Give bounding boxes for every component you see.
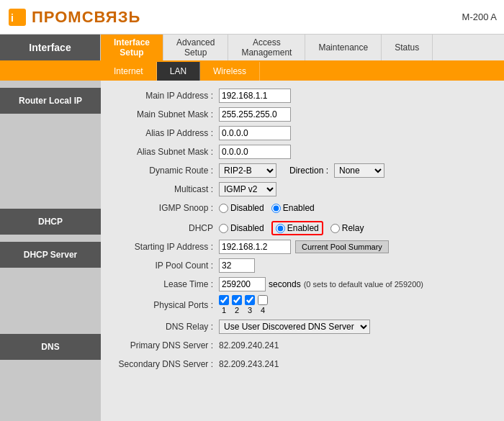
- alias-ip-input[interactable]: [219, 126, 291, 140]
- dns-relay-row: DNS Relay : Use User Discovered DNS Serv…: [111, 319, 494, 335]
- dns-relay-label: DNS Relay :: [111, 322, 219, 332]
- port-2-checkbox[interactable]: [232, 295, 242, 305]
- dhcp-disabled[interactable]: Disabled: [219, 223, 264, 233]
- pool-count-input[interactable]: [219, 258, 255, 273]
- svg-text:i: i: [11, 12, 14, 24]
- port-2-col: 2: [232, 295, 242, 314]
- port-3-checkbox[interactable]: [245, 295, 255, 305]
- main-ip-row: Main IP Address :: [111, 88, 494, 104]
- primary-dns-row: Primary DNS Server : 82.209.240.241: [111, 338, 494, 353]
- sidebar-section-dhcp-server: DHCP Server: [0, 242, 101, 268]
- port-2-label: 2: [235, 306, 239, 314]
- multicast-select[interactable]: IGMP v2 IGMP v1 None: [219, 182, 276, 196]
- dhcp-radio-group: Disabled Enabled Relay: [219, 221, 364, 235]
- alias-subnet-row: Alias Subnet Mask :: [111, 144, 494, 160]
- lease-time-input[interactable]: [219, 277, 266, 291]
- port-4-label: 4: [261, 306, 265, 314]
- port-4-col: 4: [258, 295, 268, 314]
- logo: i ПРОМСВЯЗЬ: [7, 7, 140, 27]
- direction-select[interactable]: None Both In Only Out Only: [334, 163, 384, 178]
- dns-section: DNS Relay : Use User Discovered DNS Serv…: [111, 319, 494, 372]
- sidebar-section-dhcp: DHCP: [0, 209, 101, 235]
- lease-time-row: Lease Time : seconds (0 sets to default …: [111, 276, 494, 292]
- port-3-label: 3: [248, 306, 252, 314]
- secondary-dns-label: Secondary DNS Server :: [111, 359, 219, 369]
- content-area: Main IP Address : Main Subnet Mask : Ali…: [101, 81, 504, 421]
- alias-ip-row: Alias IP Address :: [111, 125, 494, 141]
- model-text: M-200 A: [462, 12, 497, 22]
- main-ip-input[interactable]: [219, 89, 291, 103]
- sub-tabs: Internet LAN Wireless: [0, 62, 504, 81]
- direction-label: Direction :: [289, 166, 328, 176]
- pool-summary-button[interactable]: Current Pool Summary: [295, 240, 389, 253]
- igmp-snoop-row: IGMP Snoop : Disabled Enabled: [111, 200, 494, 216]
- dhcp-relay[interactable]: Relay: [330, 223, 364, 233]
- main-subnet-input[interactable]: [219, 107, 291, 122]
- main-ip-label: Main IP Address :: [111, 91, 219, 101]
- dhcp-row: DHCP Disabled Enabled Relay: [111, 220, 494, 236]
- primary-dns-value: 82.209.240.241: [219, 340, 279, 350]
- igmp-snoop-label: IGMP Snoop :: [111, 203, 219, 213]
- nav-tabs: Interface InterfaceSetup AdvancedSetup A…: [0, 35, 504, 62]
- primary-dns-label: Primary DNS Server :: [111, 340, 219, 350]
- header: i ПРОМСВЯЗЬ M-200 A: [0, 0, 504, 35]
- pool-count-label: IP Pool Count :: [111, 261, 219, 271]
- main-subnet-row: Main Subnet Mask :: [111, 107, 494, 122]
- secondary-dns-row: Secondary DNS Server : 82.209.243.241: [111, 356, 494, 372]
- router-local-ip-section: Main IP Address : Main Subnet Mask : Ali…: [111, 88, 494, 216]
- sidebar: Router Local IP DHCP DHCP Server DNS: [0, 81, 101, 421]
- sidebar-section-dns: DNS: [0, 334, 101, 360]
- port-1-checkbox[interactable]: [219, 295, 229, 305]
- alias-subnet-label: Alias Subnet Mask :: [111, 147, 219, 157]
- lease-time-label: Lease Time :: [111, 279, 219, 289]
- sidebar-tab-interface[interactable]: Interface: [0, 35, 101, 60]
- tab-access-management[interactable]: AccessManagement: [228, 35, 305, 60]
- dns-relay-select[interactable]: Use User Discovered DNS Server Only DNS …: [219, 320, 370, 334]
- starting-ip-input[interactable]: [219, 240, 291, 254]
- igmp-snoop-radio-group: Disabled Enabled: [219, 203, 315, 213]
- lease-note: (0 sets to default value of 259200): [304, 280, 423, 289]
- dhcp-section: DHCP Disabled Enabled Relay Starting IP …: [111, 220, 494, 314]
- sub-tab-wireless[interactable]: Wireless: [200, 62, 260, 81]
- physical-ports-row: Physical Ports : 1 2 3: [111, 295, 494, 314]
- tab-status[interactable]: Status: [382, 35, 433, 60]
- lease-unit: seconds: [269, 279, 301, 289]
- starting-ip-label: Starting IP Address :: [111, 242, 219, 252]
- checkbox-group: 1 2 3 4: [219, 295, 268, 314]
- multicast-row: Multicast : IGMP v2 IGMP v1 None: [111, 181, 494, 197]
- dhcp-enabled[interactable]: Enabled: [271, 221, 323, 235]
- tab-maintenance[interactable]: Maintenance: [305, 35, 382, 60]
- port-4-checkbox[interactable]: [258, 295, 268, 305]
- port-1-label: 1: [222, 306, 226, 314]
- main-subnet-label: Main Subnet Mask :: [111, 109, 219, 119]
- sub-tab-internet[interactable]: Internet: [101, 62, 157, 81]
- tab-interface-setup[interactable]: InterfaceSetup: [101, 35, 163, 60]
- sidebar-section-router-local-ip: Router Local IP: [0, 88, 101, 114]
- multicast-label: Multicast :: [111, 184, 219, 194]
- sub-tab-lan[interactable]: LAN: [157, 62, 200, 81]
- main-content: Router Local IP DHCP DHCP Server DNS Mai…: [0, 81, 504, 421]
- physical-ports-label: Physical Ports :: [111, 300, 219, 310]
- port-3-col: 3: [245, 295, 255, 314]
- pool-count-row: IP Pool Count :: [111, 258, 494, 273]
- dynamic-route-row: Dynamic Route : RIP2-B None Direction : …: [111, 163, 494, 178]
- tab-advanced-setup[interactable]: AdvancedSetup: [163, 35, 228, 60]
- igmp-snoop-enabled[interactable]: Enabled: [271, 203, 315, 213]
- alias-ip-label: Alias IP Address :: [111, 128, 219, 138]
- secondary-dns-value: 82.209.243.241: [219, 359, 279, 369]
- port-1-col: 1: [219, 295, 229, 314]
- dhcp-label: DHCP: [111, 223, 219, 233]
- dynamic-route-select[interactable]: RIP2-B None: [219, 163, 276, 178]
- dynamic-route-label: Dynamic Route :: [111, 166, 219, 176]
- starting-ip-row: Starting IP Address : Current Pool Summa…: [111, 239, 494, 255]
- igmp-snoop-disabled[interactable]: Disabled: [219, 203, 264, 213]
- logo-icon: i: [7, 7, 27, 27]
- alias-subnet-input[interactable]: [219, 145, 291, 159]
